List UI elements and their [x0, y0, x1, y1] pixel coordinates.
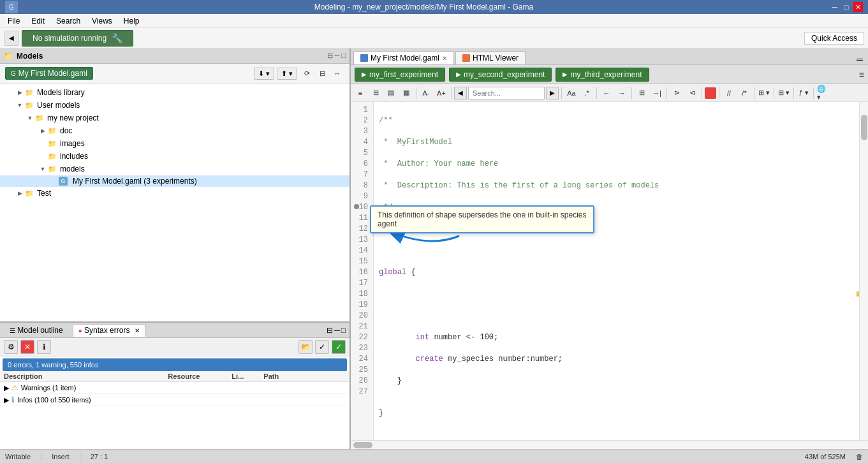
collapse-all-icon[interactable]: ⊟	[315, 66, 329, 80]
tree-models-folder[interactable]: ▼ 📁 models	[0, 163, 349, 175]
match-case-btn[interactable]: Aa	[564, 86, 578, 100]
tree-images[interactable]: 📁 images	[0, 137, 349, 150]
menu-edit[interactable]: Edit	[26, 15, 50, 27]
tree-panel[interactable]: ▶ 📁 Models library ▼ 📁 User models ▼ 📁 m…	[0, 84, 349, 321]
exp-btn-first[interactable]: ▶ my_first_experiment	[355, 68, 445, 82]
font-increase-btn[interactable]: A+	[434, 86, 448, 100]
bottom-expand-icon[interactable]: □	[341, 326, 346, 335]
font-decrease-btn[interactable]: A-	[419, 86, 433, 100]
link-icon[interactable]: ↔	[330, 66, 344, 80]
back-btn[interactable]: ←	[600, 86, 614, 100]
tree-models-library[interactable]: ▶ 📁 Models library	[0, 86, 349, 99]
error-marker-btn[interactable]	[705, 87, 716, 99]
menu-file[interactable]: File	[3, 15, 25, 27]
download-btn[interactable]: ⬇ ▾	[254, 68, 274, 80]
tab-my-first-model[interactable]: My First Model.gaml ✕	[353, 51, 454, 64]
upload-btn[interactable]: ⬆ ▾	[277, 68, 297, 80]
format-btn2[interactable]: ⊞	[369, 86, 383, 100]
bottom-panel: ☰ Model outline ● Syntax errors ✕ ⊟ ─ □ …	[0, 321, 349, 449]
window-controls[interactable]: ─ □ ✕	[830, 2, 863, 12]
collapse-editor-icon[interactable]: ≡	[859, 70, 864, 80]
search-next-btn[interactable]: ▶	[546, 87, 559, 99]
more-btn1[interactable]: ⊞ ▾	[757, 86, 771, 100]
tab-close-icon[interactable]: ✕	[442, 55, 447, 62]
tree-my-first-model[interactable]: G My First Model.gaml (3 experiments)	[0, 175, 349, 187]
tree-includes[interactable]: 📁 includes	[0, 150, 349, 163]
bottom-collapse-icon[interactable]: ⊟	[327, 326, 333, 335]
globe-btn[interactable]: 🌐 ▾	[816, 86, 830, 100]
import-btn[interactable]: 📂	[298, 340, 313, 354]
bottom-minimize-icon[interactable]: ─	[334, 326, 340, 335]
quick-access-button[interactable]: Quick Access	[804, 32, 864, 45]
tree-my-new-project[interactable]: ▼ 📁 my new project	[0, 112, 349, 124]
scrollbar-thumb[interactable]	[861, 115, 867, 140]
col-description: Description	[4, 372, 168, 380]
back-button[interactable]: ◀	[4, 31, 19, 46]
separator	[754, 87, 754, 99]
minimize-panel-icon[interactable]: ─	[335, 52, 340, 60]
regex-btn[interactable]: .*	[580, 86, 594, 100]
sim-status-text: No simulation running	[33, 34, 107, 43]
tree-arrow: ▶	[15, 190, 24, 196]
syntax-errors-close[interactable]: ✕	[135, 327, 140, 334]
func-btn[interactable]: ƒ ▾	[797, 86, 811, 100]
outline-btn[interactable]: ⊞	[635, 86, 649, 100]
exp-btn-second[interactable]: ▶ my_second_experiment	[449, 68, 552, 82]
format-btn4[interactable]: ▦	[399, 86, 413, 100]
tree-user-models[interactable]: ▼ 📁 User models	[0, 99, 349, 112]
editor-minimize-icon[interactable]: ═	[857, 54, 863, 64]
more-btn2[interactable]: ⊞ ▾	[777, 86, 791, 100]
trash-icon[interactable]: 🗑	[856, 453, 863, 460]
window-title: Modeling - my_new_project/models/My Firs…	[18, 3, 830, 11]
check-btn[interactable]: ✓	[315, 340, 329, 354]
tree-label: My First Model.gaml (3 experiments)	[73, 177, 197, 186]
tree-doc[interactable]: ▶ 📁 doc	[0, 124, 349, 137]
editor-scrollbar[interactable]	[859, 102, 868, 440]
code-content[interactable]: /** * MyFirstModel * Author: Your name h…	[374, 102, 859, 440]
horizontal-scrollbar[interactable]	[351, 440, 868, 449]
indent-more-btn[interactable]: ⊳	[670, 86, 684, 100]
table-row[interactable]: ▶ ℹ Infos (100 of 550 items)	[0, 394, 349, 406]
tab-syntax-errors[interactable]: ● Syntax errors ✕	[73, 324, 145, 337]
code-line-15: create my_species number:number;	[379, 354, 854, 365]
line-number: 14	[353, 246, 371, 256]
sync-icon[interactable]: ⟳	[300, 66, 314, 80]
maximize-button[interactable]: □	[841, 2, 851, 12]
comment-block-btn[interactable]: /*	[737, 86, 751, 100]
error-btn[interactable]: ✕	[20, 340, 34, 354]
comment-btn[interactable]: //	[722, 86, 736, 100]
experiment-bar: ▶ my_first_experiment ▶ my_second_experi…	[351, 65, 868, 84]
code-editor[interactable]: 1 2 3 4 5 6 7 8 9 10 11 12 13 14 15 16 1…	[351, 102, 868, 440]
table-row[interactable]: ▶ ⚠ Warnings (1 item)	[0, 382, 349, 394]
format-list-btn[interactable]: ≡	[353, 86, 367, 100]
row-desc: ▶ ⚠ Warnings (1 item)	[4, 383, 168, 392]
settings-btn[interactable]: ⚙	[4, 340, 18, 354]
close-button[interactable]: ✕	[853, 2, 863, 12]
row-arrow[interactable]: ▶	[4, 384, 9, 392]
info-btn[interactable]: ℹ	[37, 340, 51, 354]
menu-search[interactable]: Search	[51, 15, 85, 27]
format-btn3[interactable]: ▤	[384, 86, 398, 100]
menu-views[interactable]: Views	[87, 15, 117, 27]
exp-btn-third[interactable]: ▶ my_third_experiment	[555, 68, 649, 82]
tab-model-outline[interactable]: ☰ Model outline	[4, 324, 69, 337]
tree-test[interactable]: ▶ 📁 Test	[0, 187, 349, 200]
minimize-button[interactable]: ─	[830, 2, 840, 12]
indent-btn[interactable]: →|	[650, 86, 664, 100]
sim-tool-icon[interactable]: 🔧	[112, 33, 122, 43]
search-input[interactable]	[468, 87, 545, 99]
expand-panel-icon[interactable]: □	[341, 52, 346, 60]
col-path: Path	[263, 372, 346, 380]
menu-help[interactable]: Help	[119, 15, 145, 27]
tab-html-viewer[interactable]: HTML Viewer	[455, 51, 526, 64]
collapse-icon[interactable]: ⊟	[327, 52, 333, 60]
h-scrollbar-thumb[interactable]	[353, 442, 372, 448]
search-prev-btn[interactable]: ◀	[454, 87, 467, 99]
forward-btn[interactable]: →	[615, 86, 629, 100]
run-btn[interactable]: ✓	[332, 340, 346, 354]
row-arrow[interactable]: ▶	[4, 396, 9, 404]
indent-less-btn[interactable]: ⊲	[685, 86, 699, 100]
model-name-text: My First Model.gaml	[18, 69, 87, 78]
insert-mode: Insert	[52, 453, 70, 460]
model-name-bar[interactable]: G My First Model.gaml	[5, 67, 93, 80]
